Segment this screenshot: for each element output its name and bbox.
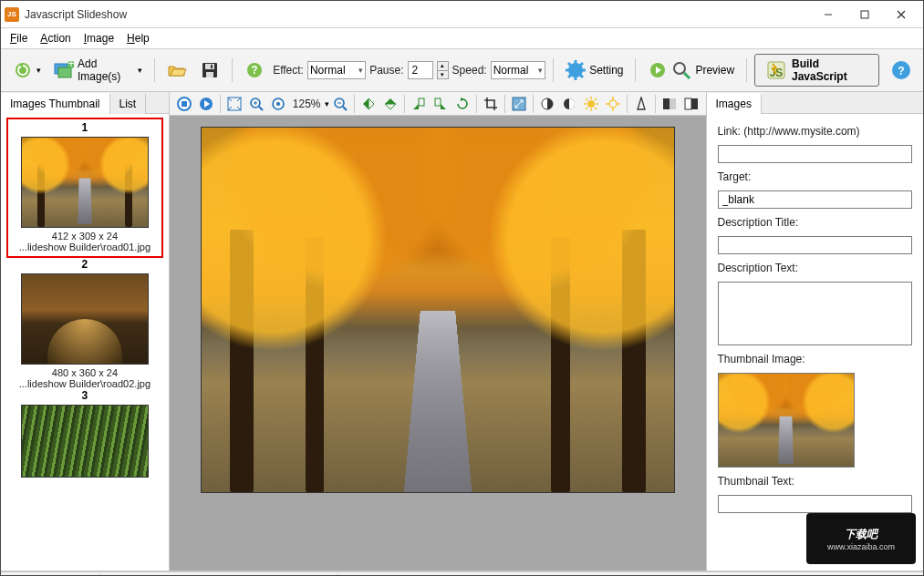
thumbnail-list[interactable]: 1 412 x 309 x 24 ...lideshow Builder\roa… xyxy=(1,114,169,571)
tab-list[interactable]: List xyxy=(110,93,147,114)
flip-h-button[interactable] xyxy=(379,94,401,114)
add-image-label: Add Image(s) xyxy=(78,57,134,83)
svg-rect-71 xyxy=(663,98,670,109)
thumb-img-preview[interactable] xyxy=(718,373,855,468)
help-icon: ? xyxy=(891,60,911,80)
effect-label: Effect: xyxy=(273,64,304,77)
menu-action[interactable]: Action xyxy=(35,30,76,46)
thumbnail-image xyxy=(21,273,149,365)
canvas[interactable] xyxy=(170,116,706,571)
preview-button[interactable]: Preview xyxy=(643,57,739,83)
build-label: Build JavaScript xyxy=(792,57,867,83)
svg-point-24 xyxy=(674,63,685,74)
svg-line-42 xyxy=(343,107,347,110)
svg-rect-1 xyxy=(861,11,868,18)
setting-button[interactable]: Setting xyxy=(561,57,628,83)
close-button[interactable] xyxy=(883,2,919,27)
add-image-icon: + xyxy=(54,60,74,80)
build-button[interactable]: JS Build JavaScript xyxy=(754,54,879,87)
thumbnail-item[interactable]: 3 xyxy=(8,389,161,478)
pause-spinner[interactable]: ▴▾ xyxy=(437,61,449,79)
zoom-out-button[interactable] xyxy=(329,94,351,114)
rotate-left-button[interactable] xyxy=(408,94,430,114)
minimize-button[interactable] xyxy=(810,2,846,27)
play-button[interactable] xyxy=(195,94,217,114)
rotate-free-button[interactable] xyxy=(452,94,473,114)
thumb-text-input[interactable] xyxy=(718,495,912,513)
thumbnail-item[interactable]: 2 480 x 360 x 24 ...lideshow Builder\roa… xyxy=(8,258,161,389)
svg-point-56 xyxy=(587,100,595,108)
menu-help[interactable]: Help xyxy=(121,30,155,46)
zoom-reset-button[interactable] xyxy=(267,94,289,114)
svg-marker-45 xyxy=(369,98,374,109)
maximize-button[interactable] xyxy=(846,2,883,27)
zoom-in-button[interactable] xyxy=(245,94,267,114)
svg-rect-11 xyxy=(205,64,214,69)
resize-button[interactable] xyxy=(508,94,530,114)
effect-select[interactable]: Normal▾ xyxy=(307,61,366,79)
svg-rect-31 xyxy=(182,101,187,107)
speed-label: Speed: xyxy=(452,64,487,77)
menubar: File Action Image Help xyxy=(1,28,923,49)
stop-button[interactable] xyxy=(173,94,195,114)
svg-rect-51 xyxy=(435,98,441,106)
folder-open-icon xyxy=(167,60,187,80)
speed-select[interactable]: Normal▾ xyxy=(491,61,546,79)
brightness-button[interactable] xyxy=(580,94,602,114)
refresh-button[interactable]: ▾ xyxy=(8,57,46,83)
main-area: Images Thumbnail List 1 412 x 309 x 24 .… xyxy=(1,92,923,571)
brightness-up-button[interactable] xyxy=(602,94,624,114)
build-icon: JS xyxy=(766,60,786,80)
brightness-down-button[interactable] xyxy=(558,94,580,114)
thumb-img-label: Thumbnail Image: xyxy=(718,353,912,365)
help-button[interactable]: ? xyxy=(887,57,916,83)
svg-rect-73 xyxy=(685,98,691,109)
invert-button[interactable] xyxy=(680,94,702,114)
crop-button[interactable] xyxy=(480,94,502,114)
save-button[interactable] xyxy=(195,57,224,83)
statusbar: Images 1 /4 road01.jpg xyxy=(1,571,923,576)
thumbnail-image xyxy=(21,137,149,228)
desc-text-input[interactable] xyxy=(718,282,912,345)
desc-title-input[interactable] xyxy=(718,236,912,254)
svg-line-63 xyxy=(595,98,597,100)
left-tabstrip: Images Thumbnail List xyxy=(1,92,169,114)
rotate-right-button[interactable] xyxy=(430,94,452,114)
menu-file[interactable]: File xyxy=(5,30,33,46)
svg-line-36 xyxy=(259,107,263,110)
svg-text:?: ? xyxy=(251,64,257,77)
menu-image[interactable]: Image xyxy=(78,30,119,46)
preview-image xyxy=(201,127,675,493)
center-panel: 125% ▾ xyxy=(170,92,706,571)
preview-label: Preview xyxy=(695,64,734,77)
link-input[interactable] xyxy=(718,145,912,163)
target-input[interactable] xyxy=(718,190,912,209)
svg-marker-44 xyxy=(363,98,369,109)
contrast-button[interactable] xyxy=(536,94,558,114)
svg-rect-13 xyxy=(211,65,213,68)
thumbnail-item[interactable]: 1 412 x 309 x 24 ...lideshow Builder\roa… xyxy=(6,118,163,258)
tab-images[interactable]: Images xyxy=(707,93,762,114)
info-icon: ? xyxy=(244,60,265,80)
svg-marker-70 xyxy=(638,98,645,109)
thumb-text-label: Thumbnail Text: xyxy=(718,475,912,488)
svg-line-61 xyxy=(586,98,587,100)
flip-v-button[interactable] xyxy=(358,94,379,114)
tab-images-thumbnail[interactable]: Images Thumbnail xyxy=(1,93,110,114)
svg-marker-46 xyxy=(385,98,396,104)
properties-body: Link: (http://www.mysite.com) Target: De… xyxy=(707,114,923,524)
gear-icon xyxy=(566,60,586,80)
pause-input[interactable]: 2 xyxy=(408,61,433,79)
magnifier-icon xyxy=(671,60,691,80)
fit-button[interactable] xyxy=(223,94,245,114)
grayscale-button[interactable] xyxy=(659,94,680,114)
svg-marker-50 xyxy=(441,104,446,109)
open-button[interactable] xyxy=(162,57,192,83)
svg-marker-48 xyxy=(413,104,419,109)
effect-info-button[interactable]: ? xyxy=(240,57,269,83)
titlebar: JS Javascript Slideshow xyxy=(1,1,923,28)
sharpen-button[interactable] xyxy=(630,94,652,114)
desc-title-label: Description Title: xyxy=(718,216,912,229)
save-icon xyxy=(200,60,220,80)
add-image-button[interactable]: + Add Image(s) ▾ xyxy=(49,55,147,86)
